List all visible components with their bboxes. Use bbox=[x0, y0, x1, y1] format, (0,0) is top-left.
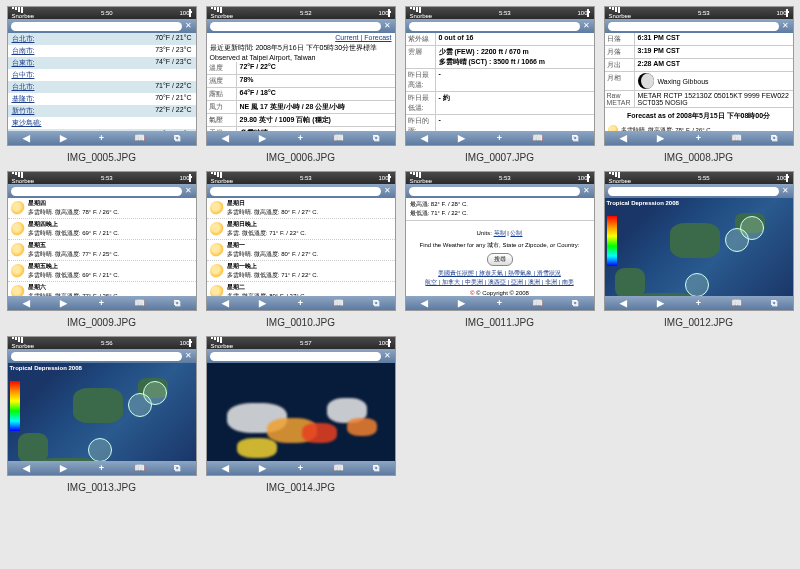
toolbar-add-button[interactable]: + bbox=[481, 133, 519, 143]
toolbar-add-button[interactable]: + bbox=[83, 463, 121, 473]
reload-icon[interactable]: ✕ bbox=[782, 22, 790, 30]
toolbar-fwd-button[interactable]: ▶ bbox=[244, 133, 282, 143]
toolbar-add-button[interactable]: + bbox=[83, 133, 121, 143]
toolbar-tabs-button[interactable]: ⧉ bbox=[755, 133, 793, 144]
reload-icon[interactable]: ✕ bbox=[583, 22, 591, 30]
url-field[interactable] bbox=[409, 187, 580, 196]
toolbar-back-button[interactable]: ◀ bbox=[8, 133, 46, 143]
toolbar-bookmarks-button[interactable]: 📖 bbox=[319, 133, 357, 143]
reload-icon[interactable]: ✕ bbox=[185, 352, 193, 360]
toolbar-tabs-button[interactable]: ⧉ bbox=[357, 133, 395, 144]
toolbar-back-button[interactable]: ◀ bbox=[207, 298, 245, 308]
tropical-map[interactable]: Tropical Depression 2008 bbox=[8, 363, 196, 461]
toolbar-back-button[interactable]: ◀ bbox=[605, 298, 643, 308]
city-row[interactable]: 台南市:73°F / 23°C bbox=[8, 45, 196, 57]
toolbar-fwd-button[interactable]: ▶ bbox=[45, 298, 83, 308]
toolbar-tabs-button[interactable]: ⧉ bbox=[357, 298, 395, 309]
toolbar-add-button[interactable]: + bbox=[680, 298, 718, 308]
toolbar-back-button[interactable]: ◀ bbox=[406, 298, 444, 308]
toolbar-bookmarks-button[interactable]: 📖 bbox=[518, 298, 556, 308]
city-link[interactable]: 臺南: bbox=[12, 130, 28, 131]
reload-icon[interactable]: ✕ bbox=[185, 22, 193, 30]
city-link[interactable]: 台北市: bbox=[12, 34, 35, 44]
city-row[interactable]: 台北市:70°F / 21°C bbox=[8, 33, 196, 45]
url-field[interactable] bbox=[608, 22, 779, 31]
toolbar-back-button[interactable]: ◀ bbox=[406, 133, 444, 143]
thumbnail-cell[interactable]: Snorbee5:53100 ✕最高溫: 82° F. / 28° C. 最低溫… bbox=[404, 171, 595, 328]
toolbar-add-button[interactable]: + bbox=[481, 298, 519, 308]
thumbnail-cell[interactable]: Snorbee5:50100 ✕台北市:70°F / 21°C台南市:73°F … bbox=[6, 6, 197, 163]
city-row[interactable]: 東沙島礁: bbox=[8, 117, 196, 129]
thumbnail-cell[interactable]: Snorbee5:53100 ✕紫外線0 out of 16雲層少雲 (FEW)… bbox=[404, 6, 595, 163]
toolbar-bookmarks-button[interactable]: 📖 bbox=[319, 463, 357, 473]
toolbar-bookmarks-button[interactable]: 📖 bbox=[120, 298, 158, 308]
toolbar-bookmarks-button[interactable]: 📖 bbox=[120, 463, 158, 473]
toolbar-tabs-button[interactable]: ⧉ bbox=[755, 298, 793, 309]
toolbar-bookmarks-button[interactable]: 📖 bbox=[717, 298, 755, 308]
tropical-map[interactable]: Tropical Depression 2008 bbox=[605, 198, 793, 296]
toolbar-tabs-button[interactable]: ⧉ bbox=[556, 133, 594, 144]
reload-icon[interactable]: ✕ bbox=[384, 22, 392, 30]
city-row[interactable]: 新竹市:72°F / 22°C bbox=[8, 105, 196, 117]
reload-icon[interactable]: ✕ bbox=[583, 187, 591, 195]
url-field[interactable] bbox=[11, 352, 182, 361]
city-row[interactable]: 臺南:75°F / 24°C bbox=[8, 129, 196, 131]
toolbar-fwd-button[interactable]: ▶ bbox=[45, 463, 83, 473]
toolbar-fwd-button[interactable]: ▶ bbox=[45, 133, 83, 143]
toolbar-bookmarks-button[interactable]: 📖 bbox=[120, 133, 158, 143]
url-field[interactable] bbox=[210, 22, 381, 31]
toolbar-back-button[interactable]: ◀ bbox=[8, 298, 46, 308]
city-link[interactable]: 台中市: bbox=[12, 70, 35, 80]
satellite-image[interactable] bbox=[207, 363, 395, 461]
toolbar-back-button[interactable]: ◀ bbox=[207, 463, 245, 473]
thumbnail-cell[interactable]: Snorbee5:53100 ✕日落6:31 PM CST月落3:19 PM C… bbox=[603, 6, 794, 163]
toolbar-back-button[interactable]: ◀ bbox=[605, 133, 643, 143]
toolbar-bookmarks-button[interactable]: 📖 bbox=[518, 133, 556, 143]
toolbar-tabs-button[interactable]: ⧉ bbox=[158, 133, 196, 144]
url-field[interactable] bbox=[210, 352, 381, 361]
city-row[interactable]: 台北市:71°F / 22°C bbox=[8, 81, 196, 93]
reload-icon[interactable]: ✕ bbox=[384, 187, 392, 195]
reload-icon[interactable]: ✕ bbox=[782, 187, 790, 195]
url-field[interactable] bbox=[409, 22, 580, 31]
reload-icon[interactable]: ✕ bbox=[384, 352, 392, 360]
city-link[interactable]: 台東市: bbox=[12, 58, 35, 68]
toolbar-fwd-button[interactable]: ▶ bbox=[443, 298, 481, 308]
toolbar-bookmarks-button[interactable]: 📖 bbox=[717, 133, 755, 143]
toolbar-bookmarks-button[interactable]: 📖 bbox=[319, 298, 357, 308]
url-field[interactable] bbox=[210, 187, 381, 196]
toolbar-tabs-button[interactable]: ⧉ bbox=[158, 298, 196, 309]
toolbar-back-button[interactable]: ◀ bbox=[8, 463, 46, 473]
thumbnail-cell[interactable]: Snorbee5:57100 ✕◀▶+📖⧉IMG_0014.JPG bbox=[205, 336, 396, 493]
thumbnail-cell[interactable]: Snorbee5:55100 ✕Tropical Depression 2008… bbox=[603, 171, 794, 328]
city-link[interactable]: 東沙島礁: bbox=[12, 118, 42, 128]
city-row[interactable]: 台中市: bbox=[8, 69, 196, 81]
toolbar-add-button[interactable]: + bbox=[282, 298, 320, 308]
toolbar-add-button[interactable]: + bbox=[282, 463, 320, 473]
city-link[interactable]: 新竹市: bbox=[12, 106, 35, 116]
toolbar-fwd-button[interactable]: ▶ bbox=[443, 133, 481, 143]
toolbar-tabs-button[interactable]: ⧉ bbox=[556, 298, 594, 309]
city-row[interactable]: 台東市:74°F / 23°C bbox=[8, 57, 196, 69]
thumbnail-cell[interactable]: Snorbee5:53100 ✕星期四多雲時晴. 微高溫度: 78° F. / … bbox=[6, 171, 197, 328]
url-field[interactable] bbox=[608, 187, 779, 196]
url-field[interactable] bbox=[11, 22, 182, 31]
thumbnail-cell[interactable]: Snorbee5:56100 ✕Tropical Depression 2008… bbox=[6, 336, 197, 493]
search-button[interactable]: 搜尋 bbox=[487, 253, 513, 266]
toolbar-tabs-button[interactable]: ⧉ bbox=[158, 463, 196, 474]
toolbar-fwd-button[interactable]: ▶ bbox=[642, 133, 680, 143]
toolbar-fwd-button[interactable]: ▶ bbox=[244, 463, 282, 473]
nav-links[interactable]: Current | Forecast bbox=[207, 33, 395, 42]
city-link[interactable]: 基隆市: bbox=[12, 94, 35, 104]
city-link[interactable]: 台北市: bbox=[12, 82, 35, 92]
city-link[interactable]: 台南市: bbox=[12, 46, 35, 56]
toolbar-add-button[interactable]: + bbox=[680, 133, 718, 143]
toolbar-fwd-button[interactable]: ▶ bbox=[642, 298, 680, 308]
toolbar-fwd-button[interactable]: ▶ bbox=[244, 298, 282, 308]
thumbnail-cell[interactable]: Snorbee5:53100 ✕星期日多雲時晴. 微高溫度: 80° F. / … bbox=[205, 171, 396, 328]
toolbar-back-button[interactable]: ◀ bbox=[207, 133, 245, 143]
city-row[interactable]: 基隆市:70°F / 21°C bbox=[8, 93, 196, 105]
thumbnail-cell[interactable]: Snorbee5:52100 ✕Current | Forecast最近更新時間… bbox=[205, 6, 396, 163]
region-links[interactable]: 美國責任狀態 | 旅遊天氣 | 熱帶氣象 | 滑雪狀況 航空 | 加拿大 | 中… bbox=[425, 269, 573, 287]
reload-icon[interactable]: ✕ bbox=[185, 187, 193, 195]
